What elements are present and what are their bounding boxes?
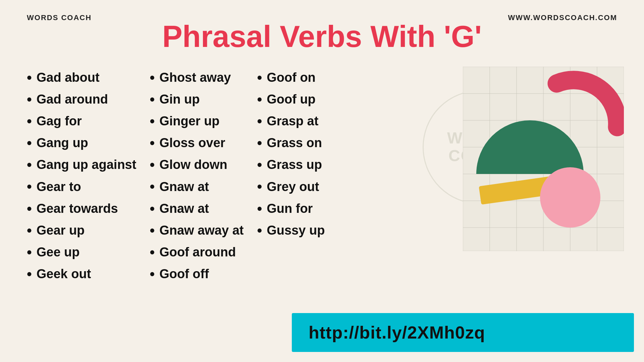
- list-item: Gin up: [150, 88, 244, 110]
- list-column-2: Ghost awayGin upGinger upGloss overGlow …: [143, 63, 250, 325]
- list-item: Gnaw away at: [150, 220, 244, 241]
- list-item: Grass up: [257, 154, 351, 176]
- grid-background: [463, 67, 624, 251]
- list-item: Gloss over: [150, 132, 244, 154]
- list-item: Gad about: [27, 67, 136, 88]
- list-item: Gear up: [27, 220, 136, 241]
- list-item: Grasp at: [257, 110, 351, 132]
- list-item: Gee up: [27, 241, 136, 263]
- list-column-3: Goof onGoof upGrasp atGrass onGrass upGr…: [250, 63, 358, 325]
- list-item: Grass on: [257, 132, 351, 154]
- brand-left: WORDS COACH: [27, 13, 92, 22]
- url-text: http://bit.ly/2XMh0zq: [309, 323, 485, 342]
- list-item: Ginger up: [150, 110, 244, 132]
- list-item: Geek out: [27, 263, 136, 285]
- svg-point-13: [540, 167, 600, 228]
- list-item: Ghost away: [150, 67, 244, 88]
- content-area: Gad aboutGad aroundGag forGang upGang up…: [0, 63, 644, 325]
- list-item: Glow down: [150, 154, 244, 176]
- list-item: Gag for: [27, 110, 136, 132]
- graphic-section: WORDSCOACH: [449, 63, 624, 325]
- list-item: Gear to: [27, 176, 136, 197]
- list-item: Goof up: [257, 88, 351, 110]
- list-item: Goof on: [257, 67, 351, 88]
- list-item: Gussy up: [257, 220, 351, 241]
- lists-section: Gad aboutGad aroundGag forGang upGang up…: [20, 63, 449, 325]
- list-item: Grey out: [257, 176, 351, 197]
- list-item: Goof around: [150, 241, 244, 263]
- page-title: Phrasal Verbs With 'G': [0, 20, 644, 53]
- list-item: Gnaw at: [150, 198, 244, 220]
- list-item: Gear towards: [27, 198, 136, 220]
- phrasal-verbs-list-1: Gad aboutGad aroundGag forGang upGang up…: [27, 67, 136, 285]
- list-item: Gang up against: [27, 154, 136, 176]
- phrasal-verbs-list-2: Ghost awayGin upGinger upGloss overGlow …: [150, 67, 244, 285]
- list-item: Gang up: [27, 132, 136, 154]
- list-item: Gun for: [257, 198, 351, 220]
- list-item: Gad around: [27, 88, 136, 110]
- list-item: Gnaw at: [150, 176, 244, 197]
- phrasal-verbs-list-3: Goof onGoof upGrasp atGrass onGrass upGr…: [257, 67, 351, 241]
- url-banner[interactable]: http://bit.ly/2XMh0zq: [292, 313, 634, 352]
- list-item: Goof off: [150, 263, 244, 285]
- list-column-1: Gad aboutGad aroundGag forGang upGang up…: [20, 63, 143, 325]
- brand-right: WWW.WORDSCOACH.COM: [508, 13, 617, 22]
